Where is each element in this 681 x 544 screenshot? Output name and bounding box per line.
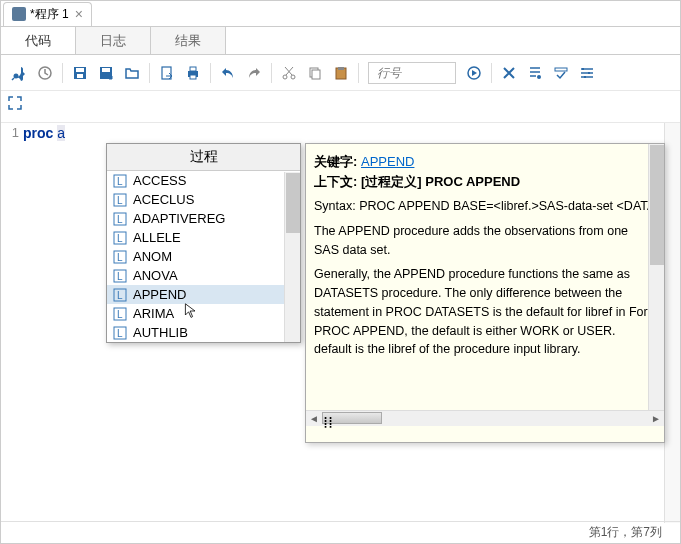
tab-code[interactable]: 代码 <box>1 27 76 54</box>
autocomplete-item-label: AUTHLIB <box>133 325 188 340</box>
autocomplete-item-label: ANOM <box>133 249 172 264</box>
svg-rect-16 <box>338 67 344 70</box>
proc-icon: L <box>113 212 127 226</box>
proc-icon: L <box>113 250 127 264</box>
svg-text:L: L <box>117 233 123 244</box>
autocomplete-item[interactable]: LALLELE <box>107 228 300 247</box>
autocomplete-item-label: APPEND <box>133 287 186 302</box>
autocomplete-item-label: ADAPTIVEREG <box>133 211 225 226</box>
proc-icon: L <box>113 269 127 283</box>
doc-hscrollbar[interactable]: ◄ ⁞⁞ ► <box>306 410 664 426</box>
window-tab-title: *程序 1 <box>30 6 69 23</box>
scroll-left-icon[interactable]: ◄ <box>306 413 322 424</box>
toolbar-secondary <box>1 91 680 123</box>
save-button[interactable] <box>68 61 92 85</box>
redo-button[interactable] <box>242 61 266 85</box>
doc-body: 关键字: APPEND 上下文: [过程定义] PROC APPEND Synt… <box>306 144 664 410</box>
svg-point-12 <box>291 75 295 79</box>
editor-scrollbar[interactable] <box>664 123 680 523</box>
svg-point-11 <box>283 75 287 79</box>
doc-vscrollbar[interactable] <box>648 144 664 410</box>
proc-icon: L <box>113 307 127 321</box>
fullscreen-button[interactable] <box>7 95 23 111</box>
autocomplete-item[interactable]: LACCESS <box>107 171 300 190</box>
program-icon <box>12 7 26 21</box>
autocomplete-header: 过程 <box>107 144 300 171</box>
svg-text:L: L <box>117 328 123 339</box>
svg-rect-9 <box>190 67 196 71</box>
autocomplete-item-label: ANOVA <box>133 268 178 283</box>
autocomplete-item[interactable]: LANOVA <box>107 266 300 285</box>
svg-rect-4 <box>77 74 83 78</box>
history-button[interactable] <box>33 61 57 85</box>
doc-paragraph: The APPEND procedure adds the observatio… <box>314 222 656 260</box>
autocomplete-item[interactable]: LACECLUS <box>107 190 300 209</box>
format-button[interactable] <box>523 61 547 85</box>
clear-button[interactable] <box>497 61 521 85</box>
autocomplete-item[interactable]: LAPPEND <box>107 285 300 304</box>
autocomplete-item[interactable]: LADAPTIVEREG <box>107 209 300 228</box>
scroll-thumb[interactable]: ⁞⁞ <box>322 412 382 424</box>
autocomplete-scrollbar[interactable] <box>284 172 300 342</box>
window-tab[interactable]: *程序 1 × <box>3 2 92 26</box>
svg-rect-14 <box>312 70 320 79</box>
tab-log[interactable]: 日志 <box>76 27 151 54</box>
svg-point-0 <box>14 73 19 78</box>
status-bar: 第1行，第7列 <box>1 521 680 543</box>
goto-button[interactable] <box>462 61 486 85</box>
svg-rect-3 <box>76 68 84 72</box>
run-button[interactable] <box>7 61 31 85</box>
autocomplete-item-label: ALLELE <box>133 230 181 245</box>
svg-text:L: L <box>117 290 123 301</box>
settings-button[interactable] <box>575 61 599 85</box>
doc-panel: 关键字: APPEND 上下文: [过程定义] PROC APPEND Synt… <box>305 143 665 443</box>
doc-keyword-link[interactable]: APPEND <box>361 154 414 169</box>
cut-button[interactable] <box>277 61 301 85</box>
autocomplete-item[interactable]: LANOM <box>107 247 300 266</box>
svg-text:L: L <box>117 271 123 282</box>
tab-results[interactable]: 结果 <box>151 27 226 54</box>
autocomplete-item-label: ACCESS <box>133 173 186 188</box>
svg-point-18 <box>537 75 541 79</box>
autocomplete-list[interactable]: LACCESSLACECLUSLADAPTIVEREGLALLELELANOML… <box>107 171 300 342</box>
svg-rect-22 <box>584 76 586 78</box>
autocomplete-item[interactable]: LAUTHLIB <box>107 323 300 342</box>
line-gutter: 1 <box>1 123 23 140</box>
cursor-position: 第1行，第7列 <box>589 524 662 541</box>
proc-icon: L <box>113 174 127 188</box>
proc-icon: L <box>113 231 127 245</box>
goto-line-input[interactable] <box>368 62 456 84</box>
doc-keyword-label: 关键字: <box>314 154 357 169</box>
scroll-right-icon[interactable]: ► <box>648 413 664 424</box>
code-tabs: 代码 日志 结果 <box>1 27 680 55</box>
code-line: proc a <box>23 125 65 141</box>
svg-rect-6 <box>102 68 110 72</box>
save-as-button[interactable] <box>94 61 118 85</box>
proc-icon: L <box>113 326 127 340</box>
open-button[interactable] <box>120 61 144 85</box>
code-editor[interactable]: 1 proc a 过程 LACCESSLACECLUSLADAPTIVEREGL… <box>1 123 680 523</box>
svg-text:L: L <box>117 195 123 206</box>
svg-rect-10 <box>190 75 196 79</box>
svg-text:L: L <box>117 214 123 225</box>
close-icon[interactable]: × <box>75 6 83 22</box>
window-tab-bar: *程序 1 × <box>1 1 680 27</box>
find-button[interactable] <box>549 61 573 85</box>
autocomplete-item[interactable]: LARIMA <box>107 304 300 323</box>
paste-button[interactable] <box>329 61 353 85</box>
svg-text:L: L <box>117 252 123 263</box>
doc-context-label: 上下文: <box>314 174 357 189</box>
print-button[interactable] <box>181 61 205 85</box>
export-button[interactable] <box>155 61 179 85</box>
svg-rect-19 <box>555 68 567 71</box>
svg-rect-20 <box>582 68 584 70</box>
undo-button[interactable] <box>216 61 240 85</box>
toolbar <box>1 55 680 91</box>
autocomplete-popup: 过程 LACCESSLACECLUSLADAPTIVEREGLALLELELAN… <box>106 143 301 343</box>
svg-text:L: L <box>117 176 123 187</box>
autocomplete-item-label: ACECLUS <box>133 192 194 207</box>
proc-icon: L <box>113 288 127 302</box>
copy-button[interactable] <box>303 61 327 85</box>
doc-syntax: Syntax: PROC APPEND BASE=<libref.>SAS-da… <box>314 197 656 216</box>
doc-paragraph: Generally, the APPEND procedure function… <box>314 265 656 359</box>
